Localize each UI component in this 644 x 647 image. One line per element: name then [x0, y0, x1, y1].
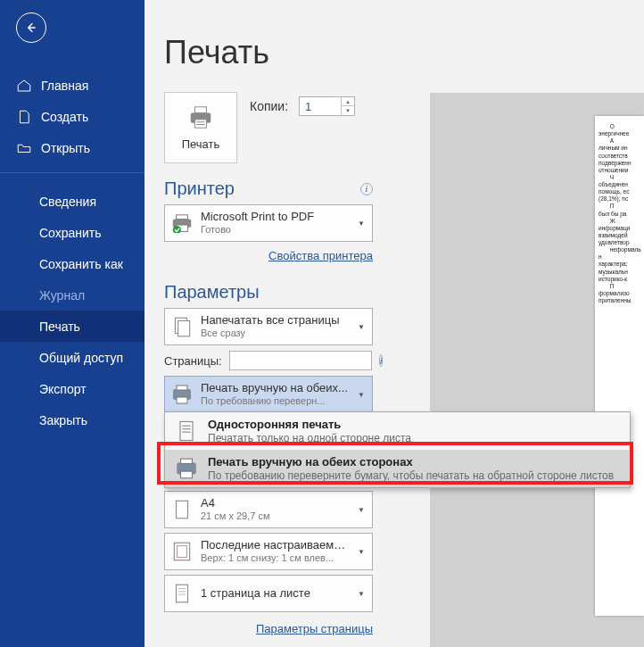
nav-open[interactable]: Открыть — [0, 132, 144, 163]
print-preview-area: О энергичнее А личным ин соответств подв… — [430, 93, 644, 647]
nav-label: Сохранить как — [39, 257, 123, 271]
svg-rect-13 — [177, 397, 187, 403]
nav-close[interactable]: Закрыть — [0, 404, 144, 435]
duplex-label: Печать вручную на обеих... — [201, 382, 351, 395]
page-size-icon — [170, 498, 194, 521]
margins-icon — [170, 540, 194, 563]
chevron-down-icon: ▼ — [358, 590, 367, 598]
svg-rect-10 — [178, 321, 190, 336]
nav-label: Журнал — [39, 288, 85, 303]
paper-size-combo[interactable]: A4 21 см x 29,7 см ▼ — [164, 491, 373, 528]
copies-spinner[interactable]: ▲ ▼ — [299, 96, 355, 116]
print-button-label: Печать — [182, 137, 220, 151]
svg-rect-5 — [177, 215, 188, 220]
printer-section: Принтер i Microsoft Print to PDF Готово … — [164, 178, 373, 263]
opt1-sub: Печатать только на одной стороне листа — [208, 432, 621, 444]
svg-rect-2 — [194, 119, 206, 127]
print-pane: Печать Печать Копии: ▲ ▼ Принтер i — [144, 0, 644, 647]
home-icon — [16, 78, 32, 94]
nav-label: Сохранить — [39, 226, 102, 240]
nav-share[interactable]: Общий доступ — [0, 342, 144, 373]
svg-rect-21 — [177, 501, 188, 518]
copies-row: Копии: ▲ ▼ — [250, 96, 355, 116]
svg-rect-24 — [177, 585, 188, 602]
print-range-combo[interactable]: Напечатать все страницы Все сразу ▼ — [164, 308, 373, 345]
margins-sub: Верх: 1 см снизу: 1 см влев... — [201, 552, 351, 564]
printer-status: Готово — [201, 224, 351, 236]
preview-page: О энергичнее А личным ин соответств подв… — [595, 116, 644, 616]
copies-label: Копии: — [250, 99, 288, 113]
svg-rect-20 — [181, 471, 193, 478]
nav-export[interactable]: Экспорт — [0, 373, 144, 404]
opt2-title: Печать вручную на обеих сторонах — [208, 455, 621, 469]
nav-label: Главная — [41, 79, 88, 93]
svg-rect-14 — [180, 421, 193, 440]
nav-separator — [0, 172, 144, 173]
svg-rect-12 — [177, 386, 187, 390]
duplex-sub: По требованию переверн... — [201, 395, 351, 407]
paper-name: A4 — [201, 497, 351, 510]
nav-new[interactable]: Создать — [0, 101, 144, 132]
duplex-combo[interactable]: Печать вручную на обеих... По требованию… — [164, 376, 373, 413]
duplex-manual-icon — [174, 456, 199, 481]
nav-label: Сведения — [39, 195, 96, 209]
chevron-down-icon: ▼ — [358, 391, 367, 399]
nav-save[interactable]: Сохранить — [0, 217, 144, 248]
margins-combo[interactable]: Последние настраиваемы... Верх: 1 см сни… — [164, 533, 373, 570]
copies-input[interactable] — [300, 97, 341, 115]
page-settings-link[interactable]: Параметры страницы — [256, 622, 373, 635]
pages-input[interactable] — [229, 351, 372, 370]
folder-open-icon — [16, 140, 32, 156]
nav-print[interactable]: Печать — [0, 311, 144, 342]
printer-properties-link[interactable]: Свойства принтера — [268, 249, 373, 262]
nav-save-as[interactable]: Сохранить как — [0, 248, 144, 279]
info-icon[interactable]: i — [360, 183, 373, 195]
pages-per-sheet-combo[interactable]: 1 страница на листе ▼ — [164, 575, 373, 612]
pps-label: 1 страница на листе — [201, 587, 351, 601]
printer-combo[interactable]: Microsoft Print to PDF Готово ▼ — [164, 204, 373, 242]
printer-name: Microsoft Print to PDF — [201, 211, 351, 224]
single-side-icon — [174, 419, 199, 444]
nav-home[interactable]: Главная — [0, 70, 144, 101]
back-button[interactable] — [16, 12, 46, 43]
printer-section-title: Принтер — [164, 178, 235, 199]
duplex-option-single[interactable]: Односторонняя печать Печатать только на … — [165, 412, 630, 450]
opt1-title: Односторонняя печать — [208, 418, 621, 432]
backstage-sidebar: Главная Создать Открыть Сведения Сохрани… — [0, 0, 144, 647]
print-range-sub: Все сразу — [201, 328, 351, 339]
chevron-down-icon: ▼ — [358, 506, 367, 514]
preview-text: О энергичнее А личным ин соответств подв… — [599, 123, 644, 304]
print-range-label: Напечатать все страницы — [201, 314, 351, 328]
page-title: Печать — [164, 34, 644, 71]
nav-label: Открыть — [41, 141, 90, 155]
svg-rect-19 — [181, 459, 193, 463]
params-section: Параметры Напечатать все страницы Все ср… — [164, 282, 373, 413]
paper-dims: 21 см x 29,7 см — [201, 510, 351, 522]
chevron-down-icon: ▼ — [358, 323, 367, 331]
nav-history[interactable]: Журнал — [0, 279, 144, 311]
nav-label: Экспорт — [39, 382, 87, 396]
chevron-down-icon: ▼ — [358, 220, 367, 228]
duplex-option-manual[interactable]: Печать вручную на обеих сторонах По треб… — [165, 450, 630, 487]
duplex-manual-icon — [170, 383, 194, 406]
duplex-dropdown: Односторонняя печать Печатать только на … — [164, 411, 631, 488]
printer-ready-icon — [170, 212, 194, 235]
nav-info[interactable]: Сведения — [0, 186, 144, 217]
new-doc-icon — [16, 109, 32, 125]
copies-increment[interactable]: ▲ — [342, 97, 354, 106]
nav-label: Создать — [41, 110, 88, 124]
back-arrow-icon — [24, 21, 38, 35]
chevron-down-icon: ▼ — [358, 548, 367, 556]
opt2-sub: По требованию переверните бумагу, чтобы … — [208, 469, 621, 482]
nav-label: Закрыть — [39, 413, 87, 427]
nav-label: Общий доступ — [39, 351, 123, 365]
pages-stack-icon — [170, 315, 194, 338]
copies-decrement[interactable]: ▼ — [342, 106, 354, 115]
one-page-icon — [170, 582, 194, 605]
nav-label: Печать — [39, 319, 80, 334]
info-icon[interactable]: i — [379, 354, 384, 367]
print-button[interactable]: Печать — [164, 92, 237, 163]
margins-name: Последние настраиваемы... — [201, 539, 351, 552]
printer-icon — [187, 105, 214, 130]
pages-label: Страницы: — [164, 354, 222, 368]
